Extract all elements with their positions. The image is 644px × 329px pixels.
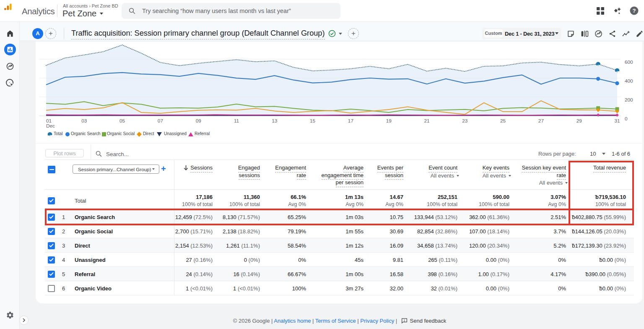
svg-text:25: 25 — [500, 118, 506, 124]
svg-text:29: 29 — [576, 118, 582, 124]
svg-text:03: 03 — [81, 118, 87, 124]
svg-text:09: 09 — [196, 118, 201, 124]
svg-text:Dec: Dec — [46, 123, 55, 129]
svg-text:05: 05 — [119, 118, 125, 124]
svg-text:13: 13 — [272, 118, 278, 124]
svg-text:17: 17 — [348, 118, 353, 124]
svg-text:15: 15 — [310, 118, 316, 124]
svg-text:200: 200 — [625, 97, 633, 103]
svg-text:600: 600 — [625, 59, 633, 65]
svg-text:19: 19 — [386, 118, 392, 124]
svg-text:23: 23 — [462, 118, 468, 124]
svg-text:0: 0 — [625, 116, 628, 122]
svg-text:27: 27 — [538, 118, 544, 124]
svg-text:?: ? — [633, 8, 636, 14]
svg-text:21: 21 — [424, 118, 429, 124]
svg-text:11: 11 — [234, 118, 239, 124]
svg-text:31: 31 — [614, 118, 620, 124]
svg-text:400: 400 — [625, 78, 633, 84]
svg-text:07: 07 — [158, 118, 163, 124]
